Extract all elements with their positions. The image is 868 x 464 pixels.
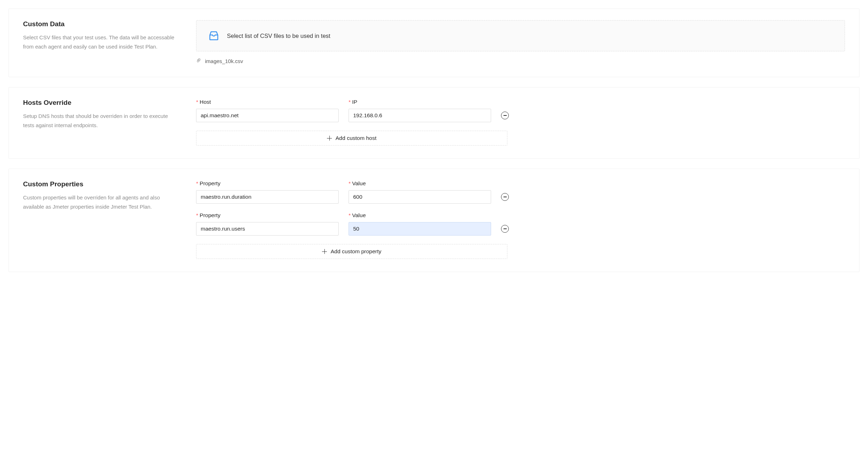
custom-data-section: Custom Data Select CSV files that your t… [9, 9, 859, 77]
add-host-label: Add custom host [335, 135, 376, 141]
hosts-override-description: Setup DNS hosts that should be overriden… [23, 112, 179, 130]
paperclip-icon [196, 58, 201, 64]
file-name: images_10k.csv [205, 58, 243, 64]
ip-label: *IP [349, 99, 491, 105]
hosts-override-body: *Host *IP Add custom host [196, 99, 845, 146]
property-input[interactable] [196, 190, 339, 204]
add-property-button[interactable]: Add custom property [196, 244, 507, 259]
property-field: *Property [196, 212, 339, 236]
csv-dropzone[interactable]: Select list of CSV files to be used in t… [196, 20, 845, 51]
host-row: *Host *IP [196, 99, 845, 122]
host-label: *Host [196, 99, 339, 105]
property-label: *Property [196, 212, 339, 219]
custom-data-body: Select list of CSV files to be used in t… [196, 20, 845, 64]
ip-field: *IP [349, 99, 491, 122]
hosts-override-section: Hosts Override Setup DNS hosts that shou… [9, 87, 859, 159]
value-field: *Value [349, 180, 491, 204]
custom-properties-section: Custom Properties Custom properties will… [9, 169, 859, 272]
custom-data-title: Custom Data [23, 20, 179, 28]
file-row[interactable]: images_10k.csv [196, 58, 845, 64]
host-field: *Host [196, 99, 339, 122]
remove-property-button[interactable] [501, 193, 509, 201]
add-property-label: Add custom property [330, 248, 381, 255]
host-input[interactable] [196, 109, 339, 122]
ip-input[interactable] [349, 109, 491, 122]
custom-data-description: Select CSV files that your test uses. Th… [23, 33, 179, 51]
property-label: *Property [196, 180, 339, 187]
value-label: *Value [349, 180, 491, 187]
property-row: *Property *Value [196, 212, 845, 236]
property-row: *Property *Value [196, 180, 845, 204]
hosts-override-title: Hosts Override [23, 99, 179, 107]
custom-properties-header: Custom Properties Custom properties will… [23, 180, 179, 259]
value-input[interactable] [349, 222, 491, 236]
property-field: *Property [196, 180, 339, 204]
inbox-icon [208, 30, 220, 42]
value-input[interactable] [349, 190, 491, 204]
custom-properties-title: Custom Properties [23, 180, 179, 188]
plus-icon [322, 249, 327, 254]
value-field: *Value [349, 212, 491, 236]
remove-property-button[interactable] [501, 225, 509, 233]
add-host-button[interactable]: Add custom host [196, 131, 507, 146]
value-label: *Value [349, 212, 491, 219]
property-input[interactable] [196, 222, 339, 236]
hosts-override-header: Hosts Override Setup DNS hosts that shou… [23, 99, 179, 146]
custom-data-header: Custom Data Select CSV files that your t… [23, 20, 179, 64]
dropzone-label: Select list of CSV files to be used in t… [227, 33, 330, 39]
remove-host-button[interactable] [501, 112, 509, 119]
custom-properties-description: Custom properties will be overriden for … [23, 193, 179, 211]
plus-icon [327, 136, 332, 141]
custom-properties-body: *Property *Value *Property *Value Add cu… [196, 180, 845, 259]
